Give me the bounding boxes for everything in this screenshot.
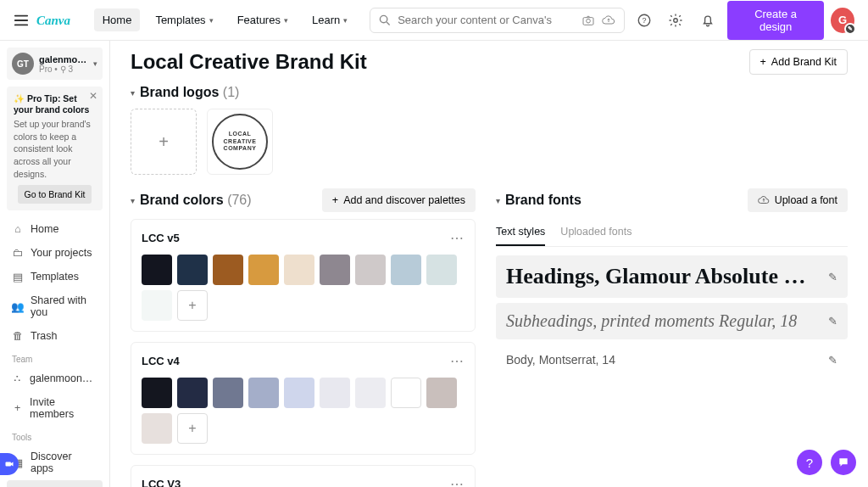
help-float-button[interactable]: ? — [797, 450, 822, 475]
chevron-down-icon: ▾ — [343, 16, 348, 25]
sidebar-item-brandkit[interactable]: ◫Brand Kit› — [7, 480, 103, 487]
go-to-brand-kit-button[interactable]: Go to Brand Kit — [18, 185, 92, 204]
team-selector[interactable]: GT galenmooney's … Pro • ⚲ 3 ▾ — [7, 48, 103, 80]
collapse-icon[interactable]: ▾ — [131, 88, 135, 98]
color-swatch[interactable] — [284, 255, 314, 285]
sidebar-item-team[interactable]: ⛬galenmooney's team — [7, 367, 103, 390]
tools-header: Tools — [7, 426, 103, 445]
gear-icon[interactable] — [663, 7, 688, 34]
count-label: (76) — [227, 193, 251, 207]
brand-logo[interactable]: LOCAL CREATIVE COMPANY — [207, 109, 273, 175]
canva-logo[interactable]: Canva — [36, 12, 87, 29]
color-swatch[interactable] — [426, 255, 457, 285]
button-label: Add Brand Kit — [771, 56, 837, 68]
color-swatch[interactable] — [177, 255, 208, 285]
font-body-row[interactable]: Body, Montserrat, 14 ✎ — [496, 344, 848, 375]
plus-icon: + — [12, 402, 23, 414]
folder-icon: 🗀 — [12, 247, 24, 259]
add-color-button[interactable]: + — [177, 290, 208, 321]
sidebar-label: galenmooney's team — [30, 372, 97, 384]
color-swatch[interactable] — [248, 378, 279, 408]
color-swatch[interactable] — [248, 255, 279, 285]
add-brand-kit-button[interactable]: +Add Brand Kit — [749, 49, 848, 75]
sidebar-item-projects[interactable]: 🗀Your projects — [7, 241, 103, 265]
sidebar-item-trash[interactable]: 🗑Trash — [7, 324, 103, 348]
color-swatch[interactable] — [391, 255, 421, 285]
color-swatch[interactable] — [142, 378, 172, 408]
color-swatch[interactable] — [142, 290, 172, 321]
home-icon: ⌂ — [12, 223, 24, 235]
search-input-wrap[interactable] — [370, 8, 624, 33]
close-icon[interactable]: ✕ — [89, 90, 97, 102]
add-color-button[interactable]: + — [177, 413, 208, 444]
color-swatch[interactable] — [142, 413, 172, 444]
tab-uploaded-fonts[interactable]: Uploaded fonts — [560, 219, 632, 246]
section-title: Brand colors (76) — [140, 193, 252, 208]
discover-palettes-button[interactable]: +Add and discover palettes — [322, 188, 476, 212]
add-logo-button[interactable]: + — [131, 109, 197, 175]
collapse-icon[interactable]: ▾ — [496, 196, 500, 205]
sidebar-item-discover[interactable]: ▦Discover apps — [7, 445, 103, 480]
button-label: Upload a font — [775, 194, 837, 206]
shared-icon: 👥 — [12, 300, 24, 312]
user-avatar[interactable]: G✎ — [831, 8, 854, 33]
edit-icon[interactable]: ✎ — [828, 354, 837, 367]
color-swatch[interactable] — [355, 378, 386, 408]
collapse-icon[interactable]: ▾ — [131, 196, 135, 205]
cloud-upload-icon — [758, 194, 770, 206]
tab-text-styles[interactable]: Text styles — [496, 219, 545, 246]
edit-icon[interactable]: ✎ — [828, 315, 837, 327]
palette-card: LCC V3⋯ — [131, 465, 476, 487]
font-subheading-label: Subheadings, printed moments Regular, 18 — [506, 311, 797, 331]
section-title: Brand logos (1) — [140, 85, 239, 100]
search-input[interactable] — [398, 14, 574, 26]
svg-line-2 — [387, 22, 390, 25]
sidebar-item-invite[interactable]: +Invite members — [7, 390, 103, 426]
tip-body: Set up your brand's colors to keep a con… — [14, 118, 96, 180]
color-swatch[interactable] — [355, 255, 386, 285]
svg-point-1 — [381, 15, 387, 22]
nav-templates-label: Templates — [155, 14, 205, 26]
color-swatch[interactable] — [391, 378, 421, 408]
help-icon[interactable]: ? — [632, 7, 657, 34]
more-icon[interactable]: ⋯ — [450, 230, 465, 246]
menu-icon[interactable] — [14, 13, 30, 28]
more-icon[interactable]: ⋯ — [450, 353, 465, 369]
nav-home[interactable]: Home — [94, 8, 141, 31]
more-icon[interactable]: ⋯ — [450, 476, 465, 487]
nav-features[interactable]: Features▾ — [229, 8, 297, 31]
sidebar-item-home[interactable]: ⌂Home — [7, 217, 103, 241]
color-swatch[interactable] — [177, 378, 208, 408]
font-subheading-row[interactable]: Subheadings, printed moments Regular, 18… — [496, 303, 848, 339]
color-swatch[interactable] — [142, 255, 172, 285]
main-content: Local Creative Brand Kit +Add Brand Kit … — [110, 41, 868, 487]
cloud-upload-icon[interactable] — [602, 14, 615, 27]
color-swatch[interactable] — [320, 378, 350, 408]
palette-card: LCC v5⋯+ — [131, 219, 476, 332]
team-avatar: GT — [12, 53, 34, 75]
sidebar-item-shared[interactable]: 👥Shared with you — [7, 288, 103, 324]
palette-name: LCC v5 — [142, 232, 180, 244]
sidebar-item-templates[interactable]: ▤Templates — [7, 265, 103, 288]
brand-logos-header: ▾ Brand logos (1) — [131, 85, 848, 100]
plus-icon: + — [760, 56, 766, 68]
edit-icon[interactable]: ✎ — [828, 271, 837, 283]
nav-learn[interactable]: Learn▾ — [303, 8, 356, 31]
color-swatch[interactable] — [320, 255, 350, 285]
plus-icon: + — [332, 194, 338, 206]
create-design-button[interactable]: Create a design — [727, 1, 824, 40]
chat-float-button[interactable] — [831, 450, 856, 475]
nav-templates[interactable]: Templates▾ — [147, 8, 221, 31]
svg-rect-8 — [6, 462, 12, 467]
font-heading-row[interactable]: Headings, Glamour Absolute regula… ✎ — [496, 255, 848, 298]
color-swatch[interactable] — [426, 378, 457, 408]
svg-text:?: ? — [642, 16, 646, 25]
svg-point-4 — [586, 19, 590, 23]
camera-icon[interactable] — [581, 14, 595, 27]
upload-font-button[interactable]: Upload a font — [748, 188, 848, 212]
color-swatch[interactable] — [284, 378, 314, 408]
color-swatch[interactable] — [213, 255, 243, 285]
color-swatch[interactable] — [213, 378, 243, 408]
bell-icon[interactable] — [695, 7, 721, 34]
section-title: Brand fonts — [505, 193, 581, 208]
